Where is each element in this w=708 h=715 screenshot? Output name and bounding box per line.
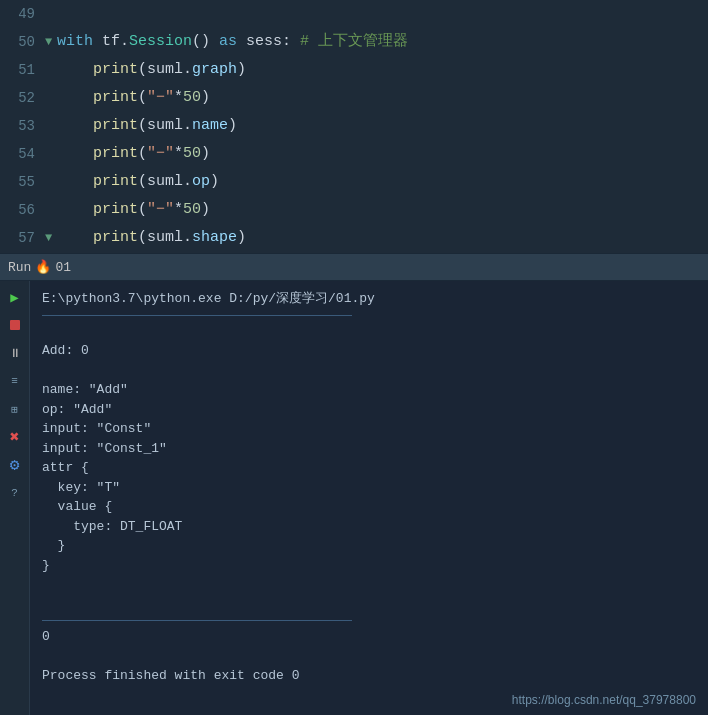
code-content: print("−"*50) — [57, 84, 210, 112]
output-line: value { — [42, 497, 696, 517]
stop-button[interactable] — [5, 315, 25, 335]
code-line: 57▼ print(suml.shape) — [0, 224, 708, 252]
close-button[interactable]: ✖ — [5, 427, 25, 447]
run-bar: Run 🔥 01 — [0, 253, 708, 281]
line-number: 49 — [0, 0, 45, 28]
fold-arrow: ▼ — [45, 28, 57, 56]
output-line — [42, 322, 696, 342]
output-line — [42, 361, 696, 381]
code-content: with tf.Session() as sess: # 上下文管理器 — [57, 28, 408, 56]
code-content: print("−"*50) — [57, 196, 210, 224]
output-line — [42, 595, 696, 615]
code-line: 54 print("−"*50) — [0, 140, 708, 168]
pause-button[interactable]: ⏸ — [5, 343, 25, 363]
fold-arrow: ▼ — [45, 224, 57, 252]
line-number: 50 — [0, 28, 45, 56]
output-line: name: "Add" — [42, 380, 696, 400]
line-number: 54 — [0, 140, 45, 168]
output-line: attr { — [42, 458, 696, 478]
code-line: 56 print("−"*50) — [0, 196, 708, 224]
code-content: print("−"*50) — [57, 140, 210, 168]
code-line: 49 — [0, 0, 708, 28]
help-button-icon: ? — [11, 487, 18, 499]
code-line: 51 print(suml.graph) — [0, 56, 708, 84]
pause-button-icon: ⏸ — [9, 346, 21, 361]
run-label: Run — [8, 260, 31, 275]
output-separator — [42, 315, 352, 316]
close-button-icon: ✖ — [10, 427, 20, 447]
code-content: print(suml.name) — [57, 112, 237, 140]
run-emoji: 🔥 — [35, 259, 51, 275]
output-line: E:\python3.7\python.exe D:/py/深度学习/01.py — [42, 289, 696, 309]
grid-button[interactable]: ⊞ — [5, 399, 25, 419]
line-number: 56 — [0, 196, 45, 224]
stop-icon — [10, 320, 20, 330]
line-number: 55 — [0, 168, 45, 196]
output-line: input: "Const_1" — [42, 439, 696, 459]
line-number: 51 — [0, 56, 45, 84]
output-line: Process finished with exit code 0 — [42, 666, 696, 686]
code-content: print(suml.graph) — [57, 56, 246, 84]
output-line: } — [42, 536, 696, 556]
output-separator — [42, 620, 352, 621]
code-content: print(suml.shape) — [57, 224, 246, 252]
output-container: E:\python3.7\python.exe D:/py/深度学习/01.py… — [30, 281, 708, 715]
settings-button[interactable]: ⚙ — [5, 455, 25, 475]
output-line: Add: 0 — [42, 341, 696, 361]
help-button[interactable]: ? — [5, 483, 25, 503]
code-line: 55 print(suml.op) — [0, 168, 708, 196]
output-line: input: "Const" — [42, 419, 696, 439]
code-content: print(suml.op) — [57, 168, 219, 196]
run-button-icon: ▶ — [10, 289, 18, 306]
output-line: 0 — [42, 627, 696, 647]
code-line: 50▼with tf.Session() as sess: # 上下文管理器 — [0, 28, 708, 56]
run-id: 01 — [55, 260, 71, 275]
output-area[interactable]: E:\python3.7\python.exe D:/py/深度学习/01.py… — [30, 281, 708, 715]
line-number: 53 — [0, 112, 45, 140]
watermark: https://blog.csdn.net/qq_37978800 — [512, 693, 696, 707]
line-number: 52 — [0, 84, 45, 112]
output-line: type: DT_FLOAT — [42, 517, 696, 537]
output-line — [42, 647, 696, 667]
output-line: } — [42, 556, 696, 576]
menu-button-icon: ≡ — [11, 375, 18, 387]
line-number: 57 — [0, 224, 45, 252]
left-toolbar: ▶⏸≡⊞✖⚙? — [0, 281, 30, 715]
menu-button[interactable]: ≡ — [5, 371, 25, 391]
bottom-panel: ▶⏸≡⊞✖⚙? E:\python3.7\python.exe D:/py/深度… — [0, 281, 708, 715]
code-line: 52 print("−"*50) — [0, 84, 708, 112]
settings-button-icon: ⚙ — [10, 455, 20, 475]
output-line: key: "T" — [42, 478, 696, 498]
code-editor: 4950▼with tf.Session() as sess: # 上下文管理器… — [0, 0, 708, 253]
run-button[interactable]: ▶ — [5, 287, 25, 307]
grid-button-icon: ⊞ — [11, 403, 18, 416]
output-line: op: "Add" — [42, 400, 696, 420]
output-line — [42, 575, 696, 595]
code-line: 53 print(suml.name) — [0, 112, 708, 140]
